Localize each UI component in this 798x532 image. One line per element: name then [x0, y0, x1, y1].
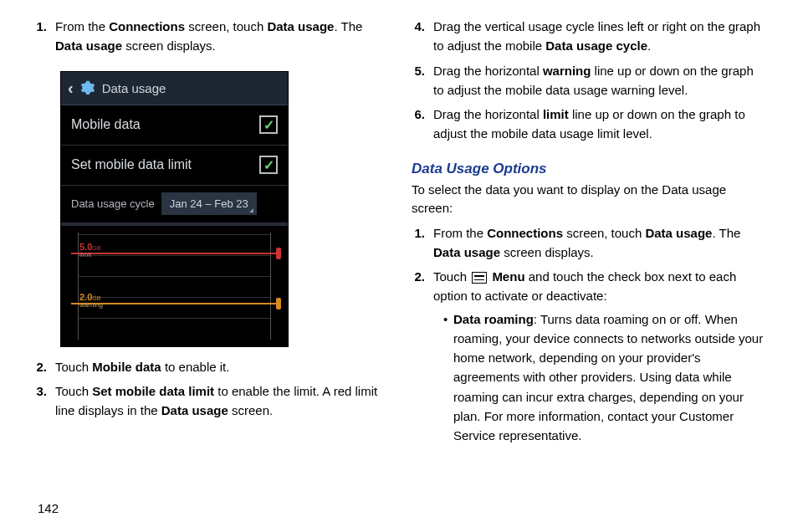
right-steps-top: 4. Drag the vertical usage cycle lines l… [412, 17, 765, 149]
left-steps-bottom: 2. Touch Mobile data to enable it. 3. To… [33, 357, 386, 426]
data-roaming-bullet: • Data roaming: Turns data roaming on or… [443, 309, 765, 446]
gear-icon [80, 80, 95, 95]
step-6: 6. Drag the horizontal limit line up or … [412, 105, 765, 144]
step-5: 5. Drag the horizontal warning line up o… [412, 61, 765, 100]
limit-handle[interactable] [276, 248, 281, 259]
step-text: From the Connections screen, touch Data … [433, 223, 765, 263]
back-icon[interactable]: ‹ [68, 79, 74, 98]
grid-line [78, 234, 271, 235]
grid-line [78, 318, 271, 319]
screenshot-header: ‹ Data usage [61, 72, 288, 105]
right-steps-bottom: 1. From the Connections screen, touch Da… [412, 223, 765, 451]
warning-label: 2.0GBwarning [79, 293, 103, 309]
menu-icon [472, 272, 487, 284]
row-label: Mobile data [71, 117, 141, 132]
grid-line [78, 297, 271, 298]
step-num: 2. [33, 357, 50, 376]
limit-label: 5.0GBlimit [79, 243, 100, 258]
mobile-data-row[interactable]: Mobile data ✓ [61, 105, 288, 146]
row-label: Set mobile data limit [71, 157, 192, 172]
cycle-dropdown[interactable]: Jan 24 – Feb 23 [161, 192, 257, 215]
step-num: 3. [33, 381, 50, 421]
options-intro: To select the data you want to display o… [412, 181, 765, 218]
step-4: 4. Drag the vertical usage cycle lines l… [412, 17, 765, 56]
cycle-label: Data usage cycle [71, 197, 155, 210]
step-text: Drag the horizontal limit line up or dow… [433, 105, 765, 144]
step-text: Touch Menu and touch the check box next … [433, 267, 765, 445]
set-limit-row[interactable]: Set mobile data limit ✓ [61, 146, 288, 186]
step-num: 6. [412, 105, 428, 144]
options-step-2: 2. Touch Menu and touch the check box ne… [412, 267, 765, 445]
step-num: 1. [33, 17, 50, 56]
options-heading: Data Usage Options [412, 161, 765, 177]
step-2: 2. Touch Mobile data to enable it. [33, 357, 386, 376]
step-text: Touch Set mobile data limit to enable th… [55, 381, 386, 421]
warning-handle[interactable] [276, 298, 281, 309]
step-num: 2. [412, 267, 428, 445]
set-limit-checkbox[interactable]: ✓ [259, 156, 278, 174]
cycle-row: Data usage cycle Jan 24 – Feb 23 [61, 186, 288, 223]
page-number: 142 [38, 501, 59, 515]
usage-graph: 5.0GBlimit 2.0GBwarning [61, 223, 288, 346]
left-column: 1. From the Connections screen, touch Da… [33, 17, 386, 515]
right-column: 4. Drag the vertical usage cycle lines l… [412, 17, 765, 515]
mobile-data-checkbox[interactable]: ✓ [259, 115, 278, 134]
cycle-start-line[interactable] [78, 233, 79, 340]
screenshot-title: Data usage [102, 81, 166, 95]
step-1: 1. From the Connections screen, touch Da… [33, 17, 386, 56]
grid-line [78, 276, 271, 277]
step-text: Touch Mobile data to enable it. [55, 357, 386, 376]
step-num: 1. [412, 223, 428, 263]
step-num: 4. [412, 17, 428, 56]
options-step-1: 1. From the Connections screen, touch Da… [412, 223, 765, 263]
limit-line[interactable] [71, 253, 278, 254]
step-text: Drag the horizontal warning line up or d… [433, 61, 765, 100]
bullet-dot: • [443, 309, 453, 446]
bullet-text: Data roaming: Turns data roaming on or o… [453, 309, 765, 446]
step-text: Drag the vertical usage cycle lines left… [433, 17, 765, 56]
step-3: 3. Touch Set mobile data limit to enable… [33, 381, 386, 421]
grid-line [78, 255, 271, 256]
left-steps-top: 1. From the Connections screen, touch Da… [33, 17, 386, 61]
cycle-end-line[interactable] [270, 233, 271, 340]
phone-screenshot: ‹ Data usage Mobile data ✓ Set mobile da… [60, 71, 289, 347]
step-text: From the Connections screen, touch Data … [55, 17, 386, 56]
step-num: 5. [412, 61, 428, 100]
